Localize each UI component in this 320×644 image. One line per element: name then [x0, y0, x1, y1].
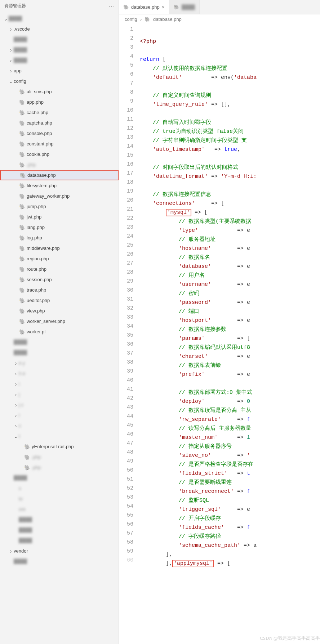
file-item[interactable]: 🐘trace.php: [0, 285, 119, 295]
folder-item[interactable]: to: [0, 494, 119, 504]
chevron-right-icon[interactable]: [8, 58, 14, 63]
breadcrumb-part[interactable]: config: [125, 17, 137, 22]
file-item[interactable]: 🐘jump.php: [0, 201, 119, 212]
code-line: 'fields_cache' => f: [140, 523, 320, 532]
file-item[interactable]: 🐘ueditor.php: [0, 295, 119, 306]
file-item[interactable]: 🐘 .php: [0, 462, 119, 473]
file-item[interactable]: 🐘lang.php: [0, 222, 119, 233]
line-number: 55: [119, 511, 133, 520]
folder-item[interactable]: ore: [0, 504, 119, 514]
file-item[interactable]: 🐘console.php: [0, 128, 119, 139]
editor-tab[interactable]: 🐘database.php×: [119, 0, 169, 14]
file-item[interactable]: 🐘route.php: [0, 264, 119, 274]
file-item[interactable]: 🐘cookie.php: [0, 149, 119, 159]
folder-item[interactable]: ████: [0, 525, 119, 535]
line-number: 27: [119, 259, 133, 268]
chevron-right-icon[interactable]: [13, 360, 19, 366]
file-item[interactable]: 🐘captcha.php: [0, 118, 119, 128]
file-item[interactable]: 🐘 .php: [0, 159, 119, 170]
line-gutter: 1234567891011121314151617181920212223242…: [119, 24, 137, 644]
editor-tab[interactable]: 🐘████: [169, 0, 200, 14]
file-item[interactable]: 🐘cache.php: [0, 107, 119, 118]
chevron-right-icon[interactable]: [13, 413, 19, 418]
file-item[interactable]: 🐘gateway_worker.php: [0, 191, 119, 201]
breadcrumb[interactable]: config›🐘database.php: [119, 14, 320, 24]
chevron-right-icon[interactable]: [8, 26, 14, 32]
line-number: 44: [119, 412, 133, 421]
tree-label: ore: [19, 506, 116, 512]
file-item[interactable]: 🐘ali_sms.php: [0, 86, 119, 97]
php-icon: 🐘: [19, 141, 25, 147]
chevron-down-icon[interactable]: [13, 433, 19, 439]
line-number: 56: [119, 520, 133, 529]
file-item[interactable]: 🐘database.php: [0, 170, 119, 180]
folder-item[interactable]: e y: [0, 358, 119, 368]
code-line: // 数据库编码默认采用utf8: [140, 343, 320, 352]
chevron-right-icon[interactable]: [13, 371, 19, 377]
chevron-right-icon[interactable]: [13, 423, 19, 429]
folder-item[interactable]: ████: [0, 45, 119, 55]
tab-label: ████: [182, 4, 195, 10]
folder-item[interactable]: s: [0, 483, 119, 494]
chevron-right-icon[interactable]: [8, 548, 14, 554]
folder-item[interactable]: ████: [0, 337, 119, 347]
line-number: 37: [119, 349, 133, 358]
file-item[interactable]: 🐘middleware.php: [0, 243, 119, 253]
file-item[interactable]: 🐘view.php: [0, 306, 119, 316]
chevron-down-icon[interactable]: [8, 78, 14, 84]
folder-item[interactable]: i: [0, 379, 119, 389]
tree-label: cache.php: [27, 110, 116, 115]
chevron-right-icon[interactable]: [13, 402, 19, 408]
code-line: // 数据库类型(主要系统数据: [140, 217, 320, 226]
close-icon[interactable]: ×: [162, 4, 165, 10]
tree-label: j c: [19, 402, 116, 407]
folder-item[interactable]: vendor: [0, 546, 119, 556]
folder-item[interactable]: ████: [0, 535, 119, 546]
folder-item[interactable]: j c: [0, 400, 119, 410]
code-line: 'password' => e: [140, 298, 320, 307]
php-icon: 🐘: [19, 110, 25, 116]
folder-item[interactable]: ████: [0, 13, 119, 24]
code-line: // 数据库读写是否分离 主从: [140, 406, 320, 415]
folder-item[interactable]: app: [0, 66, 119, 76]
folder-item[interactable]: j: [0, 389, 119, 400]
folder-item[interactable]: ████: [0, 556, 119, 567]
chevron-right-icon[interactable]: [8, 47, 14, 53]
file-item[interactable]: 🐘app.php: [0, 97, 119, 107]
code-content[interactable]: <?phpreturn [ // 默认使用的数据库连接配置 'default' …: [137, 24, 320, 644]
more-icon[interactable]: ···: [109, 3, 114, 9]
file-item[interactable]: 🐘 .php: [0, 452, 119, 462]
file-item[interactable]: 🐘region.php: [0, 253, 119, 264]
tree-label: ████: [9, 16, 116, 21]
folder-item[interactable]: ████: [0, 514, 119, 525]
folder-item[interactable]: .vscode: [0, 24, 119, 34]
folder-item[interactable]: c: [0, 420, 119, 431]
line-number: 19: [119, 187, 133, 196]
file-item[interactable]: 🐘log.php: [0, 233, 119, 243]
file-item[interactable]: 🐘 yEnterpriseTrait.php: [0, 441, 119, 452]
chevron-right-icon[interactable]: [13, 381, 19, 387]
file-item[interactable]: 🐘jwt.php: [0, 212, 119, 222]
file-item[interactable]: 🐘constant.php: [0, 139, 119, 149]
folder-item[interactable]: ████: [0, 55, 119, 66]
code-line: [140, 379, 320, 388]
breadcrumb-part[interactable]: database.php: [153, 17, 182, 22]
folder-item[interactable]: ████: [0, 473, 119, 483]
file-item[interactable]: 🐘filesystem.php: [0, 180, 119, 191]
chevron-right-icon[interactable]: [13, 392, 19, 397]
file-tree: ████.vscode████████████appconfig🐘ali_sms…: [0, 12, 119, 644]
folder-item[interactable]: ████: [0, 347, 119, 358]
file-item[interactable]: 🐘session.php: [0, 274, 119, 285]
line-number: 9: [119, 97, 133, 106]
chevron-right-icon[interactable]: [8, 68, 14, 74]
folder-item[interactable]: ████: [0, 34, 119, 45]
tree-label: ████: [14, 475, 116, 481]
folder-item[interactable]: h e: [0, 368, 119, 379]
folder-item[interactable]: config: [0, 76, 119, 86]
folder-item[interactable]: l: [0, 410, 119, 420]
file-item[interactable]: 🐘worker.pl: [0, 326, 119, 337]
file-item[interactable]: 🐘worker_server.php: [0, 316, 119, 326]
chevron-down-icon[interactable]: [3, 16, 9, 22]
code-line: 'rw_separate' => f: [140, 415, 320, 424]
folder-item[interactable]: t: [0, 431, 119, 441]
